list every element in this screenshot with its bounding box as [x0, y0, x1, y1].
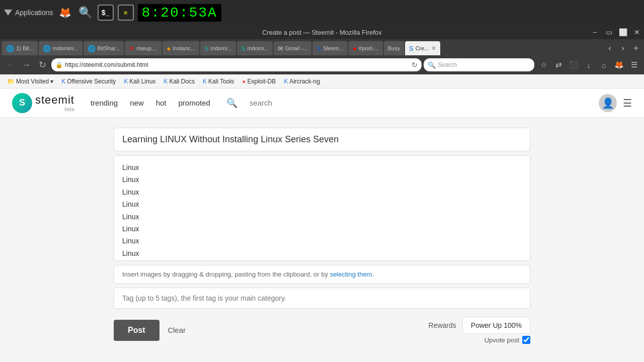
rewards-label: Rewards — [429, 321, 456, 329]
post-title-input[interactable] — [114, 128, 530, 151]
window-title: Create a post — Steemit - Mozilla Firefo… — [262, 29, 382, 36]
hamburger-menu-button[interactable]: ☰ — [627, 58, 641, 72]
post-content-editor[interactable]: Linux Linux Linux Linux Linux Linux Linu… — [114, 155, 530, 261]
tab-7-favicon: S — [241, 45, 246, 52]
app-menu[interactable]: Applications — [4, 9, 53, 17]
tab-11[interactable]: Busy — [384, 41, 404, 55]
minimize-button[interactable]: − — [588, 25, 602, 39]
forward-button[interactable]: → — [19, 58, 33, 72]
home-button[interactable]: ⌂ — [597, 58, 611, 72]
tab-10-label: #post-... — [359, 45, 379, 51]
content-line-3: Linux — [122, 187, 522, 198]
close-window-button[interactable]: ✕ — [630, 25, 644, 39]
tab-9[interactable]: S Steem... — [312, 41, 348, 55]
nav-new[interactable]: new — [130, 99, 144, 107]
file-manager-icon[interactable]: ≡ — [118, 5, 134, 21]
post-button[interactable]: Post — [114, 320, 159, 341]
bookmark-most-visited[interactable]: 📁 Most Visited ▾ — [4, 77, 56, 86]
tab-7[interactable]: S mdomi... — [237, 41, 273, 55]
rewards-dropdown[interactable]: Power Up 100% — [462, 317, 530, 334]
search-bar-wrap[interactable]: 🔍 Search — [424, 58, 534, 71]
tab-10[interactable]: ● #post-... — [349, 41, 383, 55]
nav-trending[interactable]: trending — [91, 99, 118, 107]
action-row: Post Clear Rewards Power Up 100% Upvote … — [114, 317, 530, 350]
steemit-search-icon[interactable]: 🔍 — [226, 98, 237, 109]
nav-promoted[interactable]: promoted — [179, 99, 210, 107]
ssl-lock-icon: 🔒 — [55, 61, 63, 68]
back-button[interactable]: ← — [3, 58, 17, 72]
firefox-menu-button[interactable]: 🦊 — [612, 58, 626, 72]
tab-12-label: Cre... — [416, 45, 429, 51]
bookmark-offensive-security-label: Offensive Security — [67, 78, 116, 85]
content-line-5: Linux — [122, 211, 522, 222]
steemit-menu-icon[interactable]: ☰ — [623, 97, 632, 109]
post-tags-input[interactable] — [114, 288, 530, 309]
steemit-search-input[interactable] — [250, 99, 310, 107]
tab-11-label: Busy — [388, 45, 400, 51]
bookmark-star-button[interactable]: ☆ — [536, 58, 550, 72]
tab-5[interactable]: ● Instanc... — [163, 41, 199, 55]
address-bar: ← → ↻ 🔒 https://steemit.com/submit.html … — [0, 55, 644, 74]
taskbar: Applications 🦊 🔍 $_ ≡ 8:20:53A — [0, 0, 644, 25]
steemit-brand-text: steemit beta — [35, 94, 74, 112]
firefox-icon[interactable]: 🦊 — [57, 5, 73, 21]
user-avatar[interactable]: 👤 — [599, 94, 617, 112]
steemit-header: S steemit beta trending new hot promoted… — [0, 88, 644, 118]
rewards-section: Rewards Power Up 100% Upvote post — [429, 317, 530, 344]
tab-1[interactable]: 🌐 1) Bit... — [2, 41, 38, 55]
tab-6[interactable]: S mdomi... — [200, 41, 236, 55]
url-text: https://steemit.com/submit.html — [65, 61, 410, 68]
terminal-icon[interactable]: $_ — [98, 5, 114, 21]
bookmark-offensive-security[interactable]: K Offensive Security — [58, 77, 119, 86]
tab-2[interactable]: 🌐 mdomini... — [39, 41, 83, 55]
search-bar-placeholder: Search — [438, 61, 530, 68]
tab-9-favicon: S — [316, 45, 321, 52]
tab-3-label: BitShar... — [98, 45, 120, 51]
title-bar-controls: − ▭ ⬜ ✕ — [588, 25, 644, 39]
tab-8-favicon: ✉ — [278, 45, 283, 52]
restore-button[interactable]: ▭ — [602, 25, 616, 39]
selecting-them-link[interactable]: selecting them — [330, 270, 372, 278]
sync-button[interactable]: ⇄ — [551, 58, 566, 72]
fullscreen-button[interactable]: ⬜ — [616, 25, 630, 39]
rewards-controls: Rewards Power Up 100% — [429, 317, 530, 334]
chevron-down-icon: ▾ — [50, 78, 53, 85]
upvote-checkbox[interactable] — [522, 336, 530, 344]
bookmark-kali-linux-label: Kali Linux — [129, 78, 155, 85]
bookmark-kali-linux[interactable]: K Kali Linux — [121, 77, 158, 86]
bookmark-exploit-db[interactable]: ● Exploit-DB — [239, 77, 279, 86]
upvote-row: Upvote post — [429, 336, 530, 344]
nav-hot[interactable]: hot — [156, 99, 167, 107]
download-button[interactable]: ↓ — [582, 58, 596, 72]
bookmark-kali-tools[interactable]: K Kali Tools — [200, 77, 237, 86]
tab-12-close[interactable]: ✕ — [431, 45, 436, 52]
bookmark-kali-tools-label: Kali Tools — [208, 78, 234, 85]
reload-inline-button[interactable]: ↻ — [412, 61, 418, 69]
tab-3[interactable]: 🌐 BitShar... — [84, 41, 124, 55]
toolbar-icons: ☆ ⇄ ⬛ ↓ ⌂ 🦊 ☰ — [536, 58, 641, 72]
steemit-beta-label: beta — [35, 107, 74, 112]
tab-5-label: Instanc... — [173, 45, 195, 51]
pocket-button[interactable]: ⬛ — [567, 58, 581, 72]
content-line-9: Linux — [122, 260, 522, 261]
content-line-6: Linux — [122, 223, 522, 234]
magnifier-icon[interactable]: 🔍 — [77, 5, 94, 21]
bookmark-aircrack[interactable]: K Aircrack-ng — [281, 77, 323, 86]
new-tab-button[interactable]: + — [630, 42, 642, 54]
tab-2-label: mdomini... — [53, 45, 78, 51]
scroll-tabs-left-button[interactable]: ‹ — [604, 42, 616, 54]
title-bar: Create a post — Steemit - Mozilla Firefo… — [0, 25, 644, 39]
bookmark-kali-docs[interactable]: K Kali Docs — [160, 77, 198, 86]
clear-button[interactable]: Clear — [168, 326, 186, 334]
tab-4[interactable]: ✕ riseup.... — [125, 41, 162, 55]
bookmark-most-visited-label: Most Visited — [16, 78, 49, 85]
tab-12-active[interactable]: S Cre... ✕ — [405, 41, 440, 55]
scroll-tabs-right-button[interactable]: › — [617, 42, 629, 54]
reload-button[interactable]: ↻ — [35, 58, 49, 72]
bookmark-kali-icon-4: K — [203, 78, 207, 85]
tab-3-favicon: 🌐 — [88, 45, 96, 52]
tab-8[interactable]: ✉ Gmail -... — [274, 41, 312, 55]
steemit-header-right: 👤 ☰ — [599, 94, 632, 112]
upvote-label: Upvote post — [485, 336, 519, 344]
address-bar-wrap[interactable]: 🔒 https://steemit.com/submit.html ↻ — [51, 58, 422, 71]
